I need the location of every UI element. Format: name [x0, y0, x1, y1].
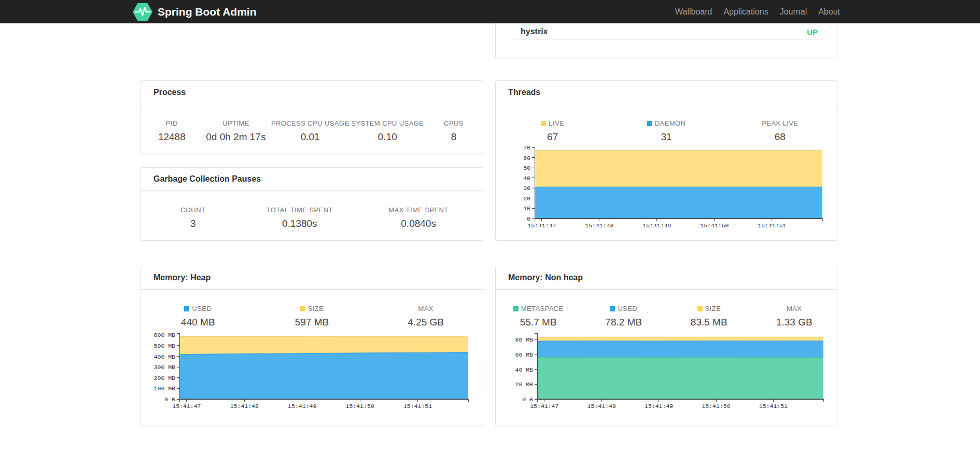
- y-tick-label: 40: [523, 175, 530, 182]
- gc-metric-count: COUNT3: [141, 206, 245, 229]
- y-tick-label: 0: [527, 215, 530, 222]
- threads-metric-live: LIVE67: [496, 119, 609, 143]
- heap-metric-used: USED440 MB: [141, 305, 255, 328]
- memory-heap-card: Memory: Heap USED440 MBSIZE597 MBMAX4.25…: [141, 266, 483, 426]
- metric-label-text: CPUS: [444, 119, 464, 127]
- heap-metric-size: SIZE597 MB: [255, 305, 369, 328]
- y-tick-label: 30: [523, 185, 530, 192]
- metric-label: METASPACE: [496, 305, 581, 312]
- y-tick-label: 0 B: [522, 396, 533, 403]
- nav-link-wallboard[interactable]: Wallboard: [669, 0, 718, 23]
- y-tick-label: 60 MB: [515, 351, 533, 358]
- nav-link-applications[interactable]: Applications: [718, 0, 774, 23]
- y-tick-label: 10: [523, 205, 530, 212]
- legend-swatch-icon: [541, 121, 546, 126]
- brand[interactable]: Spring Boot Admin: [133, 3, 257, 21]
- x-tick-label: 15:41:50: [346, 403, 374, 410]
- process-metric-system-cpu-usage: SYSTEM CPU USAGE0.10: [351, 119, 424, 143]
- metric-value: 0.01: [269, 131, 351, 143]
- x-tick-label: 15:41:49: [645, 403, 673, 410]
- threads-metric-daemon: DAEMON31: [609, 119, 723, 143]
- nav-link-journal[interactable]: Journal: [774, 0, 813, 23]
- metric-value: 31: [609, 131, 723, 143]
- metric-value: 83.5 MB: [666, 317, 752, 328]
- y-axis: [535, 333, 537, 399]
- application-name: hystrix: [521, 27, 548, 36]
- metric-value: 0.0840s: [354, 218, 483, 229]
- legend-swatch-icon: [184, 306, 189, 311]
- threads-metric-peak-live: PEAK LIVE68: [723, 119, 837, 143]
- legend-swatch-icon: [610, 306, 615, 311]
- metric-label: MAX: [369, 305, 483, 312]
- navbar-inner: Spring Boot Admin WallboardApplicationsJ…: [133, 0, 840, 23]
- metric-value: 3: [141, 218, 245, 229]
- metric-value: 55.7 MB: [496, 317, 581, 328]
- metric-label: COUNT: [141, 206, 245, 214]
- metric-label: SIZE: [666, 305, 752, 312]
- nav-link-about[interactable]: About: [813, 0, 840, 23]
- card-title: Memory: Heap: [141, 266, 483, 290]
- process-metric-cpus: CPUS8: [424, 119, 483, 143]
- x-tick-label: 15:41:48: [585, 222, 613, 229]
- card-title: Threads: [496, 81, 837, 104]
- x-tick-label: 15:41:51: [403, 403, 432, 410]
- process-metric-pid: PID12488: [141, 119, 203, 143]
- x-tick-label: 15:41:48: [587, 403, 616, 410]
- status-badge: UP: [807, 28, 818, 36]
- x-tick-label: 15:41:47: [172, 403, 201, 410]
- x-tick-label: 15:41:50: [702, 403, 730, 410]
- memory-nonheap-card: Memory: Non heap METASPACE55.7 MBUSED78.…: [495, 266, 837, 426]
- metric-label-text: UPTIME: [222, 119, 249, 127]
- spring-boot-admin-logo-icon: [133, 3, 152, 21]
- process-metric-uptime: UPTIME0d 0h 2m 17s: [203, 119, 270, 143]
- gc-metric-total-time-spent: TOTAL TIME SPENT0.1380s: [245, 206, 354, 229]
- metric-label: UPTIME: [203, 119, 270, 127]
- y-axis: [177, 333, 179, 399]
- metric-label: USED: [141, 305, 255, 312]
- y-tick-label: 20 MB: [515, 381, 533, 388]
- threads-chart: 01020304050607015:41:4715:41:4815:41:491…: [496, 143, 838, 234]
- process-metric-process-cpu-usage: PROCESS CPU USAGE0.01: [269, 119, 351, 143]
- metric-label: TOTAL TIME SPENT: [245, 206, 354, 214]
- y-tick-label: 70: [523, 144, 530, 151]
- x-tick-label: 15:41:49: [288, 403, 316, 410]
- y-tick-label: 40 MB: [515, 366, 533, 373]
- navbar: Spring Boot Admin WallboardApplicationsJ…: [0, 0, 980, 23]
- nonheap-legend: METASPACE55.7 MBUSED78.2 MBSIZE83.5 MBMA…: [496, 290, 837, 328]
- y-tick-label: 50: [523, 165, 530, 171]
- metric-label-text: LIVE: [549, 119, 564, 127]
- nav-item-about: About: [813, 0, 840, 23]
- metric-label-text: COUNT: [180, 206, 205, 214]
- y-tick-label: 100 MB: [154, 385, 176, 392]
- metric-value: 68: [723, 131, 837, 143]
- metric-label: LIVE: [496, 119, 609, 127]
- nav-item-applications: Applications: [718, 0, 774, 23]
- metric-label: USED: [581, 305, 667, 312]
- health-row-hystrix[interactable]: hystrix UP: [496, 23, 837, 39]
- metric-value: 78.2 MB: [581, 317, 667, 328]
- page: Spring Boot Admin WallboardApplicationsJ…: [0, 0, 980, 463]
- nonheap-area-metaspace: [537, 358, 823, 399]
- metric-label-text: SIZE: [705, 305, 721, 312]
- nonheap-metric-size: SIZE83.5 MB: [666, 305, 752, 328]
- garbage-collection-card: Garbage Collection Pauses COUNT3TOTAL TI…: [141, 167, 483, 241]
- metric-label: CPUS: [424, 119, 483, 127]
- heap-legend: USED440 MBSIZE597 MBMAX4.25 GB: [141, 290, 483, 328]
- nav-item-journal: Journal: [774, 0, 813, 23]
- legend-swatch-icon: [300, 306, 305, 311]
- memory-heap-chart: 0 B100 MB200 MB300 MB400 MB500 MB600 MB1…: [141, 329, 484, 415]
- metric-value: 597 MB: [255, 317, 369, 328]
- legend-swatch-icon: [697, 306, 703, 311]
- nav-item-wallboard: Wallboard: [669, 0, 718, 23]
- threads-area-daemon: [535, 187, 822, 219]
- metric-label-text: PROCESS CPU USAGE: [271, 119, 349, 127]
- metric-value: 0.10: [351, 131, 424, 143]
- metric-label-text: SIZE: [308, 305, 324, 312]
- metric-label-text: MAX: [787, 305, 802, 312]
- card-title: Garbage Collection Pauses: [141, 168, 483, 191]
- metric-value: 4.25 GB: [369, 317, 483, 328]
- metric-label-text: TOTAL TIME SPENT: [267, 206, 333, 214]
- gc-metric-max-time-spent: MAX TIME SPENT0.0840s: [354, 206, 483, 229]
- y-tick-label: 600 MB: [154, 332, 176, 338]
- metric-label: SYSTEM CPU USAGE: [351, 119, 424, 127]
